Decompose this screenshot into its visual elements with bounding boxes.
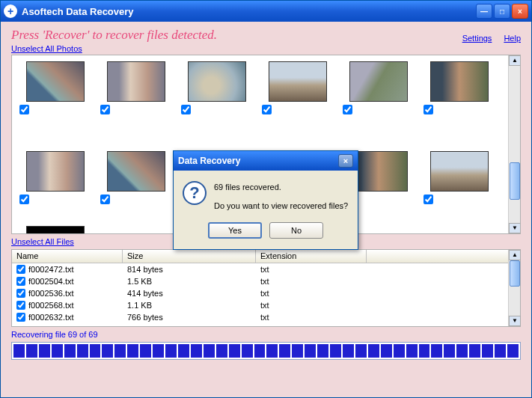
photo-checkbox[interactable] xyxy=(100,105,110,114)
scroll-down-icon[interactable]: ▼ xyxy=(509,316,521,326)
column-spacer xyxy=(367,250,520,263)
photo-scrollbar[interactable]: ▲ ▼ xyxy=(508,55,520,233)
file-checkbox[interactable] xyxy=(16,313,25,322)
dialog-text: 69 files recovered. Do you want to view … xyxy=(214,181,348,212)
unselect-all-photos-link[interactable]: Unselect All Photos xyxy=(11,44,82,53)
file-ext: txt xyxy=(256,277,367,286)
photo-item[interactable] xyxy=(257,61,338,136)
dialog-close-button[interactable]: × xyxy=(338,154,353,168)
photo-checkbox[interactable] xyxy=(19,195,29,204)
file-row[interactable]: f0002504.txt 1.5 KB txt xyxy=(12,275,520,287)
files-scrollbar[interactable]: ▲ ▼ xyxy=(508,250,520,326)
files-panel: Name Size Extension f0002472.txt 814 byt… xyxy=(11,249,521,327)
file-checkbox[interactable] xyxy=(16,265,25,274)
photo-thumbnail[interactable] xyxy=(430,151,489,192)
photo-checkbox[interactable] xyxy=(262,105,272,114)
instruction-text: Press 'Recover' to recover files detecte… xyxy=(11,28,462,43)
file-row[interactable]: f0002568.txt 1.1 KB txt xyxy=(12,299,520,311)
file-name: f0002536.txt xyxy=(28,289,74,298)
file-size: 414 bytes xyxy=(123,289,256,298)
photo-thumbnail[interactable] xyxy=(107,61,165,102)
question-icon: ? xyxy=(183,181,207,205)
dialog-title: Data Recovery xyxy=(178,156,338,166)
recovery-dialog: Data Recovery × ? 69 files recovered. Do… xyxy=(173,150,358,250)
photo-item[interactable] xyxy=(177,61,257,136)
file-checkbox[interactable] xyxy=(16,289,25,298)
column-extension[interactable]: Extension xyxy=(256,250,367,263)
maximize-button[interactable]: □ xyxy=(494,4,510,19)
titlebar: Asoftech Data Recovery — □ × xyxy=(1,1,531,22)
photo-thumbnail[interactable] xyxy=(26,61,85,102)
app-icon xyxy=(4,4,17,18)
file-ext: txt xyxy=(256,313,367,322)
dialog-titlebar: Data Recovery × xyxy=(174,151,358,171)
column-name[interactable]: Name xyxy=(12,250,123,263)
photo-thumbnail[interactable] xyxy=(269,61,327,102)
files-body: f0002472.txt 814 bytes txt f0002504.txt … xyxy=(12,263,520,323)
window-title: Asoftech Data Recovery xyxy=(22,6,476,17)
photo-checkbox[interactable] xyxy=(19,105,29,114)
photo-checkbox[interactable] xyxy=(424,105,433,114)
photo-item[interactable] xyxy=(15,61,96,136)
file-name: f0002632.txt xyxy=(28,313,74,322)
unselect-all-files-link[interactable]: Unselect All Files xyxy=(11,237,74,246)
no-button[interactable]: No xyxy=(269,222,323,239)
photo-checkbox[interactable] xyxy=(100,195,110,204)
file-row[interactable]: f0002536.txt 414 bytes txt xyxy=(12,287,520,299)
yes-button[interactable]: Yes xyxy=(208,222,262,239)
file-name: f0002568.txt xyxy=(28,301,74,310)
photo-thumbnail[interactable] xyxy=(430,61,489,102)
photo-thumbnail[interactable] xyxy=(349,61,408,102)
file-size: 766 bytes xyxy=(123,313,256,322)
photo-item[interactable] xyxy=(96,61,177,136)
dialog-line1: 69 files recovered. xyxy=(214,181,348,194)
file-size: 1.1 KB xyxy=(123,301,256,310)
photo-checkbox[interactable] xyxy=(424,195,433,204)
column-size[interactable]: Size xyxy=(123,250,256,263)
file-checkbox[interactable] xyxy=(16,301,25,310)
scroll-down-icon[interactable]: ▼ xyxy=(509,223,521,233)
files-header: Name Size Extension xyxy=(12,250,520,263)
file-name: f0002504.txt xyxy=(28,277,74,286)
photo-checkbox[interactable] xyxy=(343,105,352,114)
scroll-up-icon[interactable]: ▲ xyxy=(509,250,521,260)
photo-item[interactable] xyxy=(419,61,500,136)
settings-link[interactable]: Settings xyxy=(462,34,492,43)
photo-thumbnail[interactable] xyxy=(26,226,85,234)
progress-bar xyxy=(11,342,521,360)
file-ext: txt xyxy=(256,265,367,274)
photo-item[interactable] xyxy=(15,211,96,234)
file-name: f0002472.txt xyxy=(28,265,74,274)
minimize-button[interactable]: — xyxy=(476,4,492,19)
photo-thumbnail[interactable] xyxy=(188,61,246,102)
photo-thumbnail[interactable] xyxy=(107,151,165,192)
photo-item[interactable] xyxy=(15,136,96,211)
main-window: Asoftech Data Recovery — □ × Press 'Reco… xyxy=(0,0,532,398)
photo-item[interactable] xyxy=(338,61,419,136)
photo-item[interactable] xyxy=(419,136,500,211)
dialog-line2: Do you want to view recovered files? xyxy=(214,200,348,212)
scroll-thumb[interactable] xyxy=(510,162,520,200)
close-button[interactable]: × xyxy=(512,4,528,19)
photo-checkbox[interactable] xyxy=(181,105,191,114)
photo-thumbnail[interactable] xyxy=(26,151,85,192)
file-size: 1.5 KB xyxy=(123,277,256,286)
status-text: Recovering file 69 of 69 xyxy=(1,327,531,340)
scroll-up-icon[interactable]: ▲ xyxy=(509,55,521,66)
file-row[interactable]: f0002632.txt 766 bytes txt xyxy=(12,311,520,323)
scroll-thumb[interactable] xyxy=(510,260,520,287)
file-size: 814 bytes xyxy=(123,265,256,274)
help-link[interactable]: Help xyxy=(504,34,521,43)
file-row[interactable]: f0002472.txt 814 bytes txt xyxy=(12,263,520,275)
photo-item[interactable] xyxy=(96,136,177,211)
file-checkbox[interactable] xyxy=(16,277,25,286)
file-ext: txt xyxy=(256,301,367,310)
file-ext: txt xyxy=(256,289,367,298)
